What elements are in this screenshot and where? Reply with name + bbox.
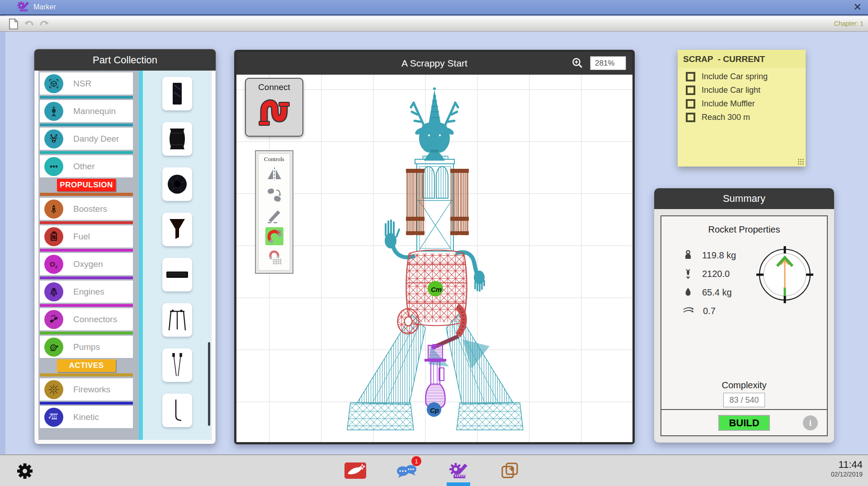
divider	[40, 304, 133, 307]
connect-label: Connect	[258, 82, 290, 92]
category-pumps[interactable]: Pumps	[40, 336, 133, 358]
app-dock: 1	[344, 460, 522, 481]
settings-gear-icon[interactable]	[15, 462, 34, 482]
summary-title: Summary	[654, 188, 834, 209]
fireworks-icon	[44, 380, 63, 399]
info-button[interactable]: i	[803, 415, 818, 430]
clock-date: 02/12/2019	[831, 471, 863, 478]
red-torus	[398, 309, 419, 334]
checkbox-reach-300m[interactable]	[686, 113, 695, 122]
close-window-button[interactable]: ✕	[854, 1, 862, 14]
category-nsr[interactable]: NSR	[40, 72, 133, 95]
category-other[interactable]: Other	[40, 155, 133, 177]
mirror-tool-icon[interactable]	[265, 165, 283, 183]
section-label: PROPULSION	[57, 179, 116, 191]
panel-divider-strip	[139, 71, 143, 440]
part-thumb-dark-panel[interactable]	[162, 77, 192, 110]
category-mannequin[interactable]: Mannequin	[40, 100, 133, 122]
task-label: Reach 300 m	[702, 113, 750, 122]
zoom-level-input[interactable]	[590, 56, 626, 70]
undo-icon[interactable]	[24, 20, 34, 31]
mass-value: 119.8 kg	[702, 250, 736, 261]
part-thumb-bent-rod[interactable]	[162, 394, 192, 427]
divider	[40, 276, 133, 279]
part-thumb-wire-pair[interactable]	[162, 348, 192, 382]
new-file-icon[interactable]	[8, 18, 19, 32]
o2-icon: O2	[44, 255, 63, 274]
checkbox-car-spring[interactable]	[686, 72, 695, 81]
checkbox-car-light[interactable]	[686, 86, 695, 95]
part-thumb-dark-barrel[interactable]	[162, 122, 192, 156]
category-boosters[interactable]: Boosters	[40, 198, 133, 220]
complexity-value-input[interactable]	[723, 393, 765, 407]
part-thumb-dark-bar[interactable]	[162, 258, 192, 291]
collection-add-app-icon[interactable]	[498, 460, 522, 481]
summary-panel: Summary Rocket Properties 119.8 kg 2120.…	[654, 188, 834, 443]
scrap-objectives-note: SCRAP - CURRENT Include Car spring Inclu…	[678, 50, 806, 167]
rocket-properties-title: Rocket Properties	[661, 224, 827, 235]
mass-icon	[682, 249, 694, 262]
deer-icon	[44, 129, 63, 148]
chat-notification-badge: 1	[411, 456, 421, 466]
canvas-content[interactable]: Cm Cp Connect	[236, 75, 632, 442]
stat-aero: 0.7	[682, 302, 736, 320]
note-title: SCRAP - CURRENT	[678, 50, 806, 68]
pipe-connect-icon	[257, 92, 292, 132]
divider	[40, 249, 133, 252]
complexity-label: Complexity	[661, 380, 827, 391]
plug-icon	[44, 310, 63, 329]
note-resize-handle[interactable]	[797, 158, 804, 165]
app-title: Marker	[33, 3, 56, 11]
category-kinetic[interactable]: Kinetic	[40, 406, 133, 428]
canvas-header: A Scrappy Start	[236, 52, 632, 75]
parts-scrollbar-thumb[interactable]	[208, 342, 210, 426]
aero-icon	[682, 305, 695, 318]
cop-label: Cp	[430, 406, 439, 414]
divider	[40, 124, 133, 126]
category-oxygen[interactable]: O2 Oxygen	[40, 253, 133, 275]
incline-tool-icon[interactable]	[265, 206, 283, 224]
part-collection-panel: Part Collection NSR Mannequin	[34, 49, 216, 444]
rotate-tool-icon[interactable]	[265, 186, 283, 204]
chapter-indicator: Chapter: 1	[834, 20, 863, 27]
category-engines[interactable]: Engines	[40, 281, 133, 303]
build-button[interactable]: BUILD	[718, 415, 770, 431]
category-fuel[interactable]: Fuel	[40, 225, 133, 248]
category-dandy-deer[interactable]: Dandy Deer	[40, 128, 133, 150]
center-of-mass-marker: Cm	[428, 281, 443, 296]
chili-app-icon[interactable]	[344, 460, 367, 481]
category-label: Oxygen	[73, 259, 103, 269]
magnet-grid-tool-icon[interactable]	[265, 248, 283, 266]
part-thumb-swing-frame[interactable]	[162, 303, 192, 337]
chat-app-icon[interactable]: 1	[395, 460, 419, 481]
category-label: Pumps	[73, 342, 100, 352]
taskbar: 1	[0, 454, 868, 486]
pump-icon	[44, 338, 63, 357]
zoom-magnifier-icon[interactable]	[571, 57, 584, 71]
newtons-cradle-icon	[44, 408, 63, 427]
magnet-tool-icon-active[interactable]	[265, 227, 283, 245]
part-thumb-funnel[interactable]	[162, 213, 192, 246]
marker-app-icon-active[interactable]	[447, 460, 470, 481]
category-fireworks[interactable]: Fireworks	[40, 378, 133, 400]
center-of-pressure-marker: Cp	[427, 402, 441, 417]
deer-head-figurehead	[411, 87, 458, 161]
stat-fuel-mass: 65.4 kg	[682, 283, 736, 302]
controls-palette: Controls	[255, 150, 293, 274]
ellipsis-icon	[44, 157, 63, 176]
checkbox-muffler[interactable]	[686, 99, 695, 109]
clock-time: 11:44	[831, 459, 863, 471]
rocket-stats: 119.8 kg 2120.0 65.4 kg	[682, 246, 736, 320]
redo-icon[interactable]	[39, 20, 50, 31]
category-label: Engines	[73, 287, 104, 297]
game-screen: Marker ✕ Chapter: 1 Part Collection NSR	[0, 0, 868, 486]
fuel-can-icon	[44, 227, 63, 246]
connect-tool-button[interactable]: Connect	[245, 78, 303, 137]
category-label: Fireworks	[73, 385, 110, 395]
category-connectors[interactable]: Connectors	[40, 308, 133, 330]
aero-value: 0.7	[703, 306, 716, 316]
section-label: ACTIVES	[57, 359, 116, 372]
part-thumb-dark-ball[interactable]	[162, 167, 192, 201]
controls-title: Controls	[264, 156, 284, 163]
divider	[40, 151, 133, 154]
